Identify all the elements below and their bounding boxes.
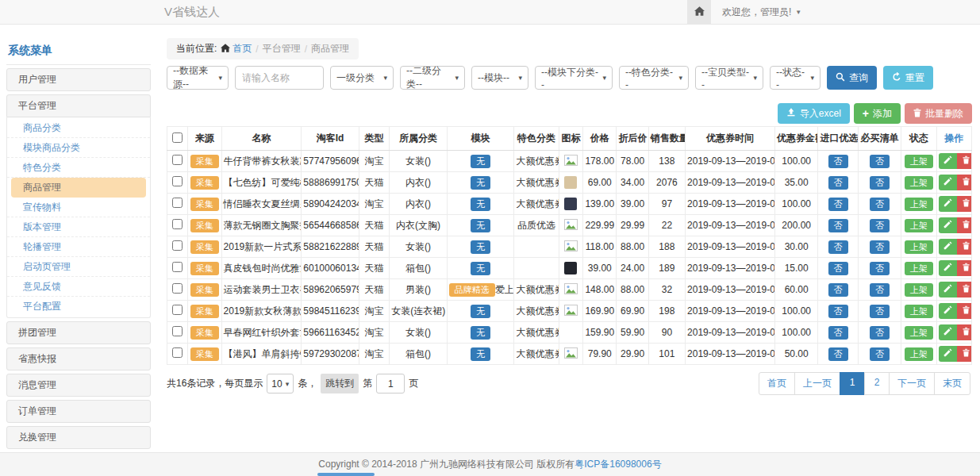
row-checkbox[interactable]	[172, 198, 183, 208]
imported-badge[interactable]: 否	[828, 219, 848, 232]
sidebar-group-bottom-4[interactable]: 兑换管理	[6, 426, 151, 449]
edit-button[interactable]	[939, 175, 957, 190]
filter-select-2[interactable]: 一级分类▾	[330, 66, 394, 90]
row-checkbox[interactable]	[172, 176, 183, 186]
imported-badge[interactable]: 否	[828, 283, 848, 297]
sidebar-subitem-5[interactable]: 版本管理	[7, 217, 150, 237]
row-checkbox[interactable]	[172, 283, 183, 294]
edit-button[interactable]	[939, 239, 957, 255]
row-checkbox[interactable]	[172, 155, 183, 165]
imported-badge[interactable]: 否	[828, 240, 848, 254]
user-menu[interactable]: 欢迎您，管理员! ▼	[722, 0, 801, 24]
add-button[interactable]: + 添加	[854, 103, 901, 124]
must-buy-badge[interactable]: 否	[870, 326, 890, 340]
edit-button[interactable]	[939, 153, 957, 169]
edit-button[interactable]	[939, 260, 957, 276]
sidebar-subitem-8[interactable]: 意见反馈	[7, 277, 150, 297]
filter-select-7[interactable]: --宝贝类型--▾	[695, 66, 763, 90]
delete-button[interactable]	[957, 153, 972, 169]
row-checkbox[interactable]	[172, 326, 183, 336]
imported-badge[interactable]: 否	[828, 305, 848, 318]
reset-button[interactable]: 重置	[883, 66, 933, 90]
row-checkbox[interactable]	[172, 240, 183, 251]
edit-button[interactable]	[939, 324, 957, 340]
page-button-3[interactable]: 2	[864, 372, 890, 395]
sidebar-group-bottom-0[interactable]: 拼团管理	[6, 321, 151, 344]
delete-button[interactable]	[957, 239, 972, 255]
jump-button[interactable]: 跳转到	[321, 374, 359, 393]
import-excel-button[interactable]: 导入excel	[778, 103, 850, 124]
filter-select-8[interactable]: --状态--▾	[770, 66, 821, 90]
imported-badge[interactable]: 否	[828, 347, 848, 361]
horizontal-scrollbar-thumb[interactable]	[317, 473, 375, 476]
sidebar-subitem-9[interactable]: 平台配置	[7, 297, 150, 317]
imported-badge[interactable]: 否	[828, 262, 848, 275]
imported-badge[interactable]: 否	[828, 155, 848, 168]
row-checkbox[interactable]	[172, 219, 183, 229]
edit-button[interactable]	[939, 196, 957, 212]
must-buy-badge[interactable]: 否	[870, 347, 890, 361]
status-badge[interactable]: 上架	[905, 240, 933, 254]
filter-select-5[interactable]: --模块下分类--▾	[535, 66, 613, 90]
row-checkbox[interactable]	[172, 305, 183, 315]
sidebar-group-user[interactable]: 用户管理	[6, 68, 151, 91]
status-badge[interactable]: 上架	[905, 347, 933, 361]
imported-badge[interactable]: 否	[828, 326, 848, 340]
page-button-0[interactable]: 首页	[759, 372, 795, 395]
must-buy-badge[interactable]: 否	[870, 305, 890, 318]
edit-button[interactable]	[939, 346, 957, 362]
icp-link[interactable]: 粤ICP备16098006号	[575, 459, 661, 470]
row-checkbox[interactable]	[172, 347, 183, 358]
edit-button[interactable]	[939, 282, 957, 298]
batch-delete-button[interactable]: 批量删除	[905, 103, 972, 124]
name-search-input[interactable]	[235, 66, 324, 90]
must-buy-badge[interactable]: 否	[870, 198, 890, 211]
edit-button[interactable]	[939, 217, 957, 233]
edit-button[interactable]	[939, 303, 957, 319]
page-button-5[interactable]: 末页	[934, 372, 970, 395]
sidebar-subitem-2[interactable]: 特色分类	[7, 158, 150, 178]
imported-badge[interactable]: 否	[828, 198, 848, 211]
status-badge[interactable]: 上架	[905, 283, 933, 297]
delete-button[interactable]	[957, 260, 972, 276]
delete-button[interactable]	[957, 324, 972, 340]
filter-select-3[interactable]: --二级分类--▾	[400, 66, 465, 90]
sidebar-subitem-1[interactable]: 模块商品分类	[7, 138, 150, 158]
delete-button[interactable]	[957, 217, 972, 233]
sidebar-group-platform[interactable]: 平台管理	[6, 94, 151, 117]
must-buy-badge[interactable]: 否	[870, 176, 890, 190]
delete-button[interactable]	[957, 346, 972, 362]
status-badge[interactable]: 上架	[905, 262, 933, 275]
select-all-checkbox[interactable]	[172, 132, 183, 143]
sidebar-group-bottom-2[interactable]: 消息管理	[6, 374, 151, 397]
filter-select-0[interactable]: --数据来源--▾	[167, 66, 229, 90]
sidebar-subitem-0[interactable]: 商品分类	[7, 118, 150, 138]
filter-select-6[interactable]: --特色分类--▾	[619, 66, 689, 90]
sidebar-subitem-6[interactable]: 轮播管理	[7, 237, 150, 257]
status-badge[interactable]: 上架	[905, 326, 933, 340]
page-button-2[interactable]: 1	[840, 372, 865, 395]
sidebar-subitem-4[interactable]: 宣传物料	[7, 198, 150, 217]
must-buy-badge[interactable]: 否	[870, 240, 890, 254]
page-button-1[interactable]: 上一页	[794, 372, 840, 395]
home-button[interactable]	[687, 0, 711, 24]
sidebar-group-bottom-1[interactable]: 省惠快报	[6, 347, 151, 370]
jump-page-input[interactable]	[376, 374, 405, 393]
must-buy-badge[interactable]: 否	[870, 283, 890, 297]
per-page-select[interactable]: 10 ▾	[267, 374, 294, 393]
delete-button[interactable]	[957, 196, 972, 212]
status-badge[interactable]: 上架	[905, 305, 933, 318]
sidebar-subitem-7[interactable]: 启动页管理	[7, 257, 150, 277]
must-buy-badge[interactable]: 否	[870, 155, 890, 168]
delete-button[interactable]	[957, 303, 972, 319]
status-badge[interactable]: 上架	[905, 155, 933, 168]
delete-button[interactable]	[957, 282, 972, 298]
sidebar-subitem-3[interactable]: 商品管理	[11, 178, 146, 198]
sidebar-group-bottom-3[interactable]: 订单管理	[6, 400, 151, 423]
must-buy-badge[interactable]: 否	[870, 262, 890, 275]
status-badge[interactable]: 上架	[905, 219, 933, 232]
search-button[interactable]: 查询	[827, 66, 877, 90]
filter-select-4[interactable]: --模块--▾	[471, 66, 528, 90]
imported-badge[interactable]: 否	[828, 176, 848, 190]
status-badge[interactable]: 上架	[905, 198, 933, 211]
